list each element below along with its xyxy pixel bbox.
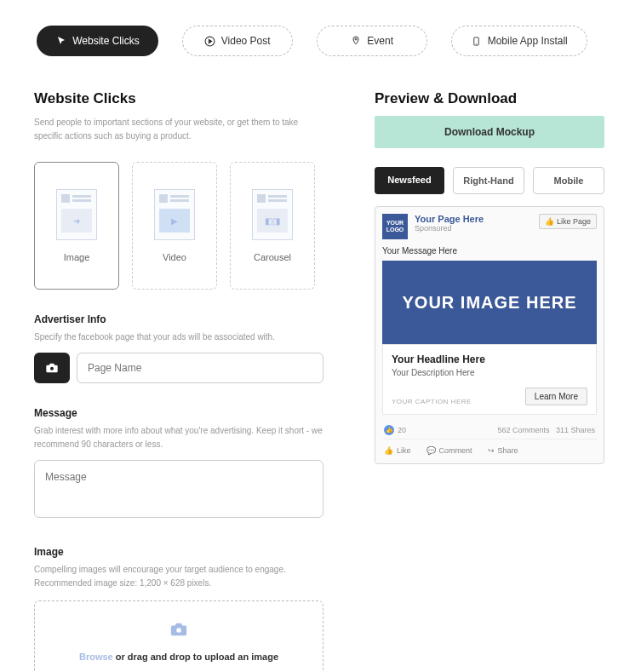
page-title: Website Clicks xyxy=(34,90,323,107)
mobile-icon xyxy=(471,35,483,47)
preview-page-name: Your Page Here xyxy=(415,214,484,224)
thumb-up-icon: 👍 xyxy=(384,446,393,455)
learn-more-button[interactable]: Learn More xyxy=(525,388,587,405)
message-sub: Grab interest with more info about what … xyxy=(34,424,323,451)
share-icon: ↪ xyxy=(488,446,495,455)
action-bar: 👍Like 💬Comment ↪Share xyxy=(382,445,597,457)
tab-event[interactable]: Event xyxy=(317,26,427,56)
media-type-selector: ➜ Image ▶ Video ◧◨ Carousel xyxy=(34,162,323,290)
like-icon: 👍 xyxy=(384,425,394,435)
tab-mobile-app[interactable]: Mobile App Install xyxy=(451,26,587,56)
media-label: Carousel xyxy=(254,252,291,262)
ptab-mobile[interactable]: Mobile xyxy=(533,167,604,194)
like-page-button[interactable]: 👍 Like Page xyxy=(539,214,597,229)
preview-title: Preview & Download xyxy=(375,90,604,107)
camera-icon xyxy=(44,361,60,375)
media-label: Image xyxy=(64,252,90,262)
image-title: Image xyxy=(34,546,323,558)
page-subtitle: Send people to important sections of you… xyxy=(34,116,323,143)
cursor-icon xyxy=(55,35,67,47)
preview-tabs: Newsfeed Right-Hand Mobile xyxy=(375,167,604,194)
tab-website-clicks[interactable]: Website Clicks xyxy=(37,26,157,56)
thumb-video-icon: ▶ xyxy=(154,189,195,240)
svg-point-1 xyxy=(355,38,357,40)
play-circle-icon xyxy=(204,35,216,47)
dropzone-text: or drag and drop to upload an image xyxy=(113,652,278,662)
media-card-image[interactable]: ➜ Image xyxy=(34,162,119,290)
comment-count: 562 Comments xyxy=(497,426,549,434)
thumb-carousel-icon: ◧◨ xyxy=(252,189,293,240)
ptab-newsfeed[interactable]: Newsfeed xyxy=(375,167,444,194)
image-sub: Compelling images will encourage your ta… xyxy=(34,563,323,590)
media-label: Video xyxy=(163,252,186,262)
browse-link[interactable]: Browse xyxy=(79,652,113,662)
tab-video-post[interactable]: Video Post xyxy=(182,26,293,56)
preview-caption: YOUR CAPTION HERE xyxy=(392,398,472,405)
pin-icon xyxy=(350,35,362,47)
like-button[interactable]: 👍Like xyxy=(384,446,411,455)
media-card-video[interactable]: ▶ Video xyxy=(132,162,217,290)
share-count: 311 Shares xyxy=(556,426,595,434)
media-card-carousel[interactable]: ◧◨ Carousel xyxy=(230,162,315,290)
page-name-input[interactable] xyxy=(77,353,323,383)
preview-hero-image: YOUR IMAGE HERE xyxy=(382,261,597,344)
preview-headline: Your Headline Here xyxy=(392,353,587,365)
ptab-righthand[interactable]: Right-Hand xyxy=(453,167,524,194)
thumb-up-icon: 👍 xyxy=(545,217,554,226)
like-count: 20 xyxy=(398,426,406,434)
tab-label: Website Clicks xyxy=(72,35,139,47)
sponsored-label: Sponsored xyxy=(415,224,484,233)
download-button[interactable]: Download Mockup xyxy=(375,116,604,148)
upload-logo-button[interactable] xyxy=(34,353,70,383)
thumb-image-icon: ➜ xyxy=(56,189,97,240)
image-dropzone[interactable]: Browse or drag and drop to upload an ima… xyxy=(34,600,323,672)
preview-description: Your Description Here xyxy=(392,368,587,377)
advertiser-title: Advertiser Info xyxy=(34,313,323,325)
like-page-label: Like Page xyxy=(557,217,591,226)
engagement-bar: 👍 20 562 Comments 311 Shares xyxy=(382,422,597,439)
advertiser-sub: Specify the facebook page that your ads … xyxy=(34,330,323,344)
message-input[interactable] xyxy=(34,460,323,518)
tab-label: Mobile App Install xyxy=(488,35,568,47)
svg-point-5 xyxy=(176,628,181,633)
comment-button[interactable]: 💬Comment xyxy=(426,446,472,455)
preview-message: Your Message Here xyxy=(382,246,597,256)
share-button[interactable]: ↪Share xyxy=(488,446,518,455)
tab-label: Event xyxy=(367,35,393,47)
svg-point-4 xyxy=(50,367,54,370)
comment-icon: 💬 xyxy=(426,446,436,455)
page-logo: YOUR LOGO xyxy=(382,214,408,239)
ad-preview: YOUR LOGO Your Page Here Sponsored 👍 Lik… xyxy=(375,206,604,464)
camera-icon xyxy=(43,620,314,644)
tab-label: Video Post xyxy=(221,35,271,47)
ad-type-tabs: Website Clicks Video Post Event Mobile A… xyxy=(34,26,590,56)
message-title: Message xyxy=(34,407,323,419)
